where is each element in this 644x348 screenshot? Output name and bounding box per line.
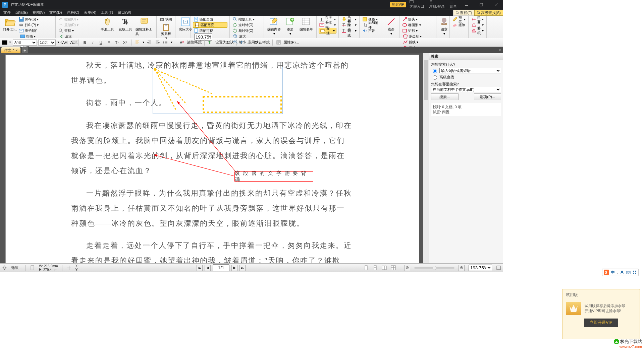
sound-button[interactable]: 声音 — [362, 28, 381, 33]
superscript-button[interactable]: X2 — [122, 39, 128, 46]
layout-single-icon[interactable] — [364, 265, 369, 270]
pencil-button[interactable]: 铅笔▾ — [452, 16, 466, 22]
menu-view[interactable]: 视图(V) — [33, 10, 45, 15]
buy-vip-button[interactable]: 购买VIP — [390, 2, 406, 7]
nav-first-button[interactable]: ⏮ — [197, 265, 203, 271]
find-button[interactable]: 查找(F) — [453, 10, 474, 16]
open-button[interactable]: 打开(O)... — [2, 16, 18, 32]
email-button[interactable]: 电子邮件 — [18, 28, 53, 33]
nav-last-button[interactable]: ⏭ — [239, 265, 246, 271]
page-number-input[interactable] — [213, 264, 229, 271]
zoom-slider[interactable] — [414, 267, 454, 269]
set-default-button[interactable]: 设置为默认 — [215, 40, 234, 45]
fullscreen-icon[interactable] — [496, 265, 501, 270]
zoom-out-status-button[interactable] — [404, 265, 410, 271]
search-term-input[interactable]: 输入词语或者短语... — [439, 68, 501, 73]
fit-visible-button[interactable]: 匹配可视 — [193, 28, 227, 33]
nav-prev-button[interactable]: ◀ — [205, 265, 211, 271]
area-button[interactable]: 面积▾ — [471, 28, 484, 33]
add-button[interactable]: 添加▾ — [284, 16, 296, 36]
fit-page-button[interactable]: 匹配页面 — [193, 16, 227, 22]
arrow-shape-button[interactable]: 箭头▾ — [401, 16, 434, 22]
advanced-search-radio[interactable]: 高级查找 — [431, 74, 501, 80]
subscript-button[interactable]: Tx — [114, 39, 120, 46]
polyline-shape-button[interactable]: 折线▾ — [402, 39, 434, 45]
snapshot-button[interactable]: 快照 — [159, 16, 173, 22]
panel-close-button[interactable]: × — [497, 48, 502, 52]
menu-form[interactable]: 表单(R) — [84, 10, 96, 15]
list-button[interactable] — [162, 39, 169, 46]
tab-close-icon[interactable]: × — [15, 48, 17, 52]
hand-tool-button[interactable]: 手形工具 — [99, 16, 115, 32]
redo2-button[interactable]: 重做(R)▾ — [58, 22, 95, 28]
zoom-in-button[interactable]: 放大 — [232, 33, 262, 39]
window-maximize-button[interactable] — [476, 1, 486, 8]
annotate-button[interactable]: 标注▾ — [319, 28, 336, 33]
menu-file[interactable]: 文件 — [3, 10, 11, 15]
search-scope-select[interactable]: 在当前文档中 ("作文.pdf") — [431, 87, 501, 92]
edit-form-button[interactable]: 编辑表单 — [298, 16, 314, 32]
strikethrough-text-button[interactable]: T — [106, 39, 112, 46]
layout-facing-icon[interactable] — [382, 265, 387, 270]
options-button[interactable]: 选项... — [11, 265, 21, 270]
line-tool-button[interactable]: 线条▾ — [385, 16, 397, 36]
zoom-tools-button[interactable]: 缩放工具▾ — [232, 16, 262, 22]
search-term-radio[interactable]: 输入词语或者短语... — [431, 68, 501, 73]
save-button[interactable]: 保存(S)▾ — [18, 16, 53, 22]
properties-button[interactable]: 属性(P)... — [283, 40, 299, 45]
rect-shape-button[interactable]: 矩形▾ — [401, 28, 434, 33]
menu-comment[interactable]: 注释(C) — [67, 10, 79, 15]
increase-font-button[interactable]: A▲ — [61, 39, 68, 46]
layout-book-icon[interactable] — [391, 265, 396, 270]
align-left-button[interactable] — [134, 39, 141, 46]
layout-continuous-icon[interactable] — [373, 265, 378, 270]
indent-right-button[interactable] — [154, 39, 161, 46]
window-minimize-button[interactable] — [462, 1, 472, 8]
rotate-cw-button[interactable]: 顺时针(C) — [232, 28, 262, 33]
search-options-button[interactable]: 选项(P)... — [474, 93, 501, 100]
fit-width-button[interactable]: 匹配宽度 — [193, 22, 227, 28]
zoom-level-select[interactable]: 193.75% — [469, 265, 492, 271]
polygon-shape-button[interactable]: 多边形▾ — [402, 33, 434, 39]
vertical-scrollbar[interactable] — [423, 53, 429, 263]
select-tool-button[interactable]: T选取工具 — [117, 16, 133, 32]
window-close-button[interactable] — [491, 1, 501, 8]
menu-window[interactable]: 窗口(W) — [118, 10, 131, 15]
menu-edit[interactable]: 编辑(E) — [15, 10, 28, 15]
apply-default-button[interactable]: 应用默认样式 — [248, 40, 270, 45]
undo-button[interactable]: 撤销(U)▾ — [58, 16, 95, 22]
customer-service-link[interactable]: 客服入口 — [410, 0, 424, 9]
menu-tools[interactable]: 工具(T) — [101, 10, 113, 15]
edit-comment-tool-button[interactable]: 编辑注释工具 — [136, 16, 154, 37]
add-attachment-button[interactable]: 添加附件 — [362, 22, 381, 28]
main-menu-button[interactable]: 菜单 — [449, 0, 457, 9]
gear-icon[interactable] — [2, 265, 7, 270]
font-family-select[interactable]: Arial — [13, 40, 37, 46]
bold-button[interactable]: B — [82, 39, 88, 46]
document-tab[interactable]: 作文 * × — [1, 47, 20, 53]
find-ribbon-button[interactable]: 查找▾ — [58, 28, 95, 33]
new-tab-button[interactable]: + — [22, 47, 28, 53]
scan-button[interactable]: 扫描▾ — [19, 33, 53, 39]
nav-next-button[interactable]: ▶ — [231, 265, 237, 271]
advanced-find-button[interactable]: 高级查找(S) — [474, 10, 503, 16]
font-size-select[interactable]: 12 pt — [38, 40, 56, 46]
italic-button[interactable]: I — [90, 39, 96, 46]
print-button[interactable]: 打印(P)▾ — [18, 22, 53, 28]
underline-button[interactable]: T下划线▾ — [341, 28, 357, 33]
menu-document[interactable]: 文档(D) — [49, 10, 62, 15]
clipboard-button[interactable]: 剪贴板▾ — [159, 23, 173, 40]
document-viewport[interactable]: 秋天，落叶满地, 冷寂的秋雨肆意地宣泄着它的情绪，用悲凉给这个喧嚣的世界调色。 … — [0, 53, 429, 263]
stamp-button[interactable]: 图章▾ — [438, 16, 450, 36]
edit-content-button[interactable]: 编辑内容▾ — [266, 16, 282, 36]
search-go-button[interactable]: 搜索... — [431, 93, 459, 100]
clear-format-button[interactable]: 清除格式 — [187, 40, 202, 45]
login-link[interactable]: 注册/登录 — [429, 0, 445, 9]
indent-left-button[interactable] — [146, 39, 153, 46]
underline-text-button[interactable]: U — [98, 39, 104, 46]
decrease-font-button[interactable]: A▼ — [69, 39, 76, 46]
ellipse-shape-button[interactable]: 椭圆形▾ — [401, 22, 434, 28]
eraser-button[interactable]: 擦除 — [452, 22, 466, 28]
back-button[interactable]: 后退 — [58, 33, 95, 39]
text-color-swatch[interactable] — [2, 40, 7, 45]
